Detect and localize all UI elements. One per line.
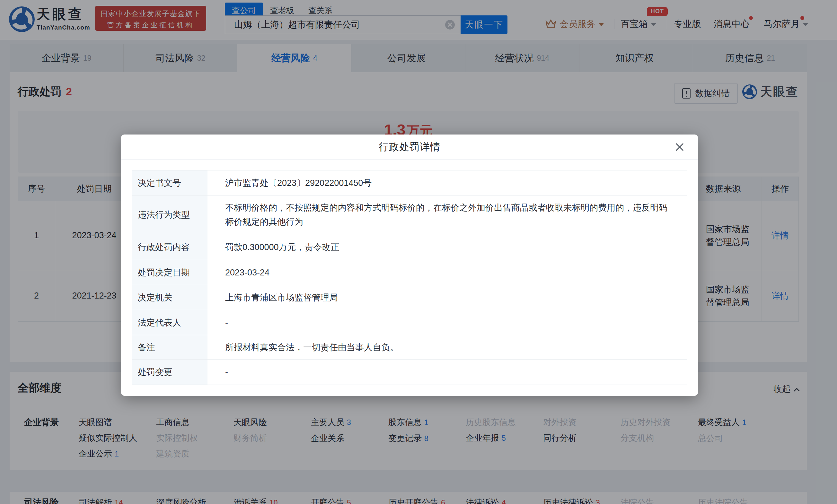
penalty-detail-modal: 行政处罚详情 决定书文号 沪市监青处〔2023〕292022001450号 违法… xyxy=(121,134,698,396)
detail-value: 所报材料真实合法，一切责任由当事人自负。 xyxy=(208,335,687,359)
detail-row: 法定代表人 - xyxy=(132,310,687,335)
detail-row: 决定机关 上海市青浦区市场监督管理局 xyxy=(132,285,687,310)
detail-row: 行政处罚内容 罚款0.300000万元，责令改正 xyxy=(132,234,687,260)
modal-header: 行政处罚详情 xyxy=(121,134,698,160)
close-icon[interactable] xyxy=(675,142,684,152)
detail-value: 不标明价格的，不按照规定的内容和方式明码标价的，在标价之外加价出售商品或者收取未… xyxy=(208,196,687,234)
detail-value: - xyxy=(208,310,687,335)
detail-row: 处罚变更 - xyxy=(132,359,687,384)
detail-label: 法定代表人 xyxy=(132,310,208,335)
detail-value: 沪市监青处〔2023〕292022001450号 xyxy=(208,170,687,195)
modal-detail-table: 决定书文号 沪市监青处〔2023〕292022001450号 违法行为类型 不标… xyxy=(132,170,687,385)
detail-label: 处罚变更 xyxy=(132,360,208,384)
detail-value: 2023-03-24 xyxy=(208,260,687,285)
detail-label: 处罚决定日期 xyxy=(132,260,208,285)
detail-value: - xyxy=(208,360,687,384)
detail-label: 违法行为类型 xyxy=(132,196,208,234)
detail-label: 决定书文号 xyxy=(132,170,208,195)
page: 天眼查 TianYanCha.com 国家中小企业发展子基金旗下 官方备案企业征… xyxy=(0,0,837,504)
detail-label: 行政处罚内容 xyxy=(132,234,208,260)
detail-row: 违法行为类型 不标明价格的，不按照规定的内容和方式明码标价的，在标价之外加价出售… xyxy=(132,195,687,234)
detail-row: 备注 所报材料真实合法，一切责任由当事人自负。 xyxy=(132,335,687,359)
detail-label: 备注 xyxy=(132,335,208,359)
detail-row: 处罚决定日期 2023-03-24 xyxy=(132,260,687,285)
detail-value: 上海市青浦区市场监督管理局 xyxy=(208,285,687,310)
modal-title: 行政处罚详情 xyxy=(379,140,440,154)
detail-row: 决定书文号 沪市监青处〔2023〕292022001450号 xyxy=(132,170,687,195)
detail-label: 决定机关 xyxy=(132,285,208,310)
detail-value: 罚款0.300000万元，责令改正 xyxy=(208,234,687,260)
